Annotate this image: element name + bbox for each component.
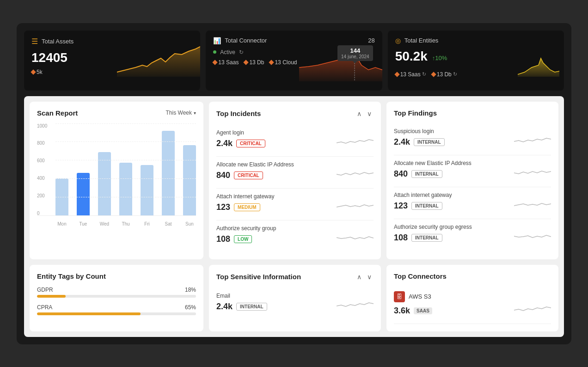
connectors-list: 🗄AWS S33.6kSAAS — [394, 287, 551, 324]
mini-sparkline — [337, 136, 374, 152]
diamond-icon — [31, 69, 36, 74]
y-0: 0 — [37, 211, 47, 216]
incidents-up-btn[interactable]: ∧ — [355, 109, 363, 118]
item-value-row: 2.4kCRITICAL — [216, 136, 374, 152]
y-800: 800 — [37, 141, 47, 146]
status-badge: CRITICAL — [236, 140, 265, 147]
tag-row: CPRA65% — [37, 304, 196, 315]
connector-value-row: 3.6kSAAS — [394, 303, 551, 319]
sensitive-down-btn[interactable]: ∨ — [365, 272, 374, 281]
status-badge: INTERNAL — [236, 303, 267, 311]
top-stats-row: ☰ Total Assets 12405 5k — [24, 31, 564, 91]
sensitive-arrow-controls[interactable]: ∧ ∨ — [355, 272, 374, 281]
status-badge: INTERNAL — [411, 234, 442, 242]
connector-type-badge: SAAS — [414, 307, 432, 314]
scan-report-controls[interactable]: This Week ▾ — [166, 110, 196, 116]
item-name: Email — [216, 293, 374, 299]
list-item: Suspicious login2.4kINTERNAL — [394, 123, 551, 155]
connector-tooltip: 144 14 june, 2024 — [337, 45, 373, 61]
top-sensitive-panel: Top Sensitive Information ∧ ∨ Email2.4kI… — [209, 265, 381, 331]
item-name: Authorize security group egress — [394, 224, 551, 230]
item-value: 108 — [216, 234, 230, 244]
saas-item: 13 Saas — [213, 59, 239, 66]
item-name: Allocate new Elastic IP Address — [394, 160, 551, 166]
scan-report-title: Scan Report — [37, 109, 78, 117]
incidents-header: Top Incidents ∧ ∨ — [216, 109, 374, 118]
tag-row: GDPR18% — [37, 287, 196, 298]
connector-header: 🗄AWS S3 — [394, 291, 551, 302]
top-findings-panel: Top Findings Suspicious login2.4kINTERNA… — [386, 102, 558, 259]
diamond-saas — [213, 60, 218, 65]
sensitive-up-btn[interactable]: ∧ — [355, 272, 363, 281]
diamond-e-saas — [394, 72, 399, 77]
bar-columns — [55, 123, 196, 215]
entities-value: 50.2k — [395, 49, 428, 64]
mini-sparkline — [337, 232, 374, 247]
bar — [98, 152, 111, 215]
entities-sparkline — [518, 49, 559, 77]
list-item: Attach internet gateway123MEDIUM — [216, 189, 374, 220]
bar-day-label: Sat — [162, 221, 175, 226]
mini-sparkline — [514, 166, 551, 182]
connector-row: 🗄AWS S33.6kSAAS — [394, 287, 551, 324]
connector-badge: 28 — [368, 37, 374, 44]
item-value-row: 2.4kINTERNAL — [216, 299, 374, 315]
connectors-title: Top Connectors — [394, 272, 447, 280]
bar-day-label: Sun — [183, 221, 196, 226]
list-item: Allocate new Elastic IP Address840INTERN… — [394, 155, 551, 187]
findings-list: Suspicious login2.4kINTERNALAllocate new… — [394, 123, 551, 251]
bar-col — [98, 152, 111, 215]
diamond-cloud — [269, 60, 274, 65]
findings-title: Top Findings — [394, 109, 437, 117]
item-name: Agent login — [216, 129, 374, 136]
bar-day-label: Mon — [55, 221, 68, 226]
main-content: Scan Report This Week ▾ — [24, 96, 564, 337]
saas-sync: ↻ — [422, 71, 426, 77]
status-badge: LOW — [234, 235, 252, 243]
incidents-down-btn[interactable]: ∨ — [365, 109, 374, 118]
mini-sparkline — [514, 135, 551, 150]
item-value: 840 — [394, 169, 408, 179]
list-item: Agent login2.4kCRITICAL — [216, 125, 374, 157]
tag-label: GDPR — [37, 287, 53, 293]
item-value-row: 108INTERNAL — [394, 230, 551, 246]
entities-icon: ◎ — [395, 37, 401, 44]
connector-service-icon: 🗄 — [394, 291, 405, 302]
entities-db: 13 Db ↻ — [432, 71, 457, 78]
incidents-list: Agent login2.4kCRITICALAllocate new Elas… — [216, 125, 374, 252]
bar — [183, 145, 196, 215]
chevron-down-icon: ▾ — [194, 110, 196, 116]
findings-header: Top Findings — [394, 109, 551, 117]
incidents-arrow-controls[interactable]: ∧ ∨ — [355, 109, 374, 118]
item-value-row: 840INTERNAL — [394, 166, 551, 182]
y-1000: 1000 — [37, 123, 47, 128]
item-value: 2.4k — [216, 139, 233, 148]
item-value-row: 108LOW — [216, 232, 374, 247]
bar — [119, 163, 132, 215]
connector-icon: 📊 — [213, 37, 221, 44]
item-value: 123 — [216, 202, 230, 212]
period-dropdown[interactable]: This Week ▾ — [166, 110, 196, 116]
bar-col — [183, 145, 196, 215]
tag-label-row: CPRA65% — [37, 304, 196, 311]
connector-sparkline: 144 14 june, 2024 — [299, 44, 382, 81]
entities-card-header: ◎ Total Entities — [395, 37, 557, 44]
sensitive-header: Top Sensitive Information ∧ ∨ — [216, 272, 374, 281]
mini-sparkline — [337, 168, 374, 184]
tag-label-row: GDPR18% — [37, 287, 196, 293]
tag-bar-bg — [37, 295, 196, 298]
bar-col — [77, 173, 90, 215]
item-value-row: 840CRITICAL — [216, 168, 374, 184]
total-connector-card: 📊 Total Connector 28 Active ↻ 13 Saas 13… — [206, 31, 382, 91]
tag-label: CPRA — [37, 304, 52, 311]
status-badge: INTERNAL — [411, 170, 442, 178]
connector-name: AWS S3 — [409, 293, 431, 300]
item-value: 123 — [394, 201, 408, 211]
connector-card-header: 📊 Total Connector 28 — [213, 37, 374, 44]
connector-title: Total Connector — [225, 37, 267, 44]
active-label: Active — [220, 49, 235, 55]
top-connectors-panel: Top Connectors 🗄AWS S33.6kSAAS — [386, 265, 558, 331]
tag-percent: 65% — [185, 304, 196, 311]
y-400: 400 — [37, 176, 47, 181]
item-name: Allocate new Elastic IP Address — [216, 161, 374, 168]
